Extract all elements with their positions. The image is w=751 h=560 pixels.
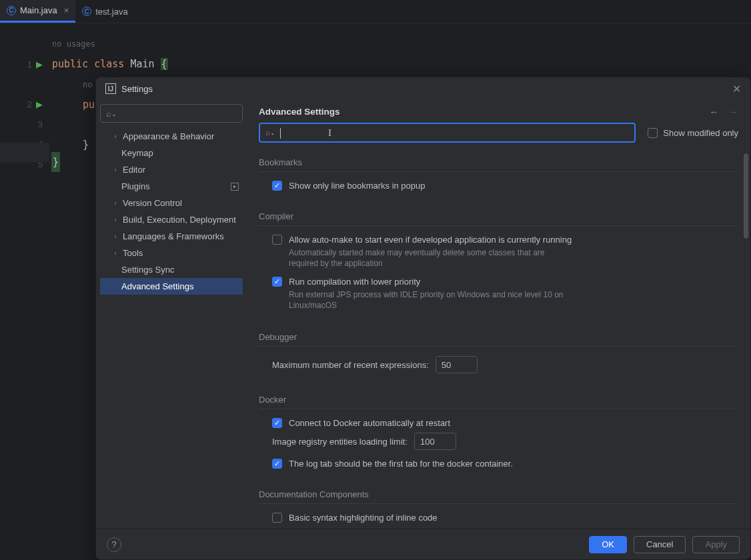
doc-components-opt1-label: Basic syntax highlighting of inline code	[289, 513, 438, 523]
bookmarks-opt1-label: Show only line bookmarks in popup	[289, 181, 426, 191]
dialog-title: Settings	[121, 84, 153, 94]
docker-opt1-checkbox[interactable]: ✓	[272, 418, 282, 428]
section-doc-components-title: Documentation Components	[259, 489, 738, 504]
sidebar-search-input[interactable]: ⌕▾	[100, 104, 243, 123]
sidebar-item-languages[interactable]: ›Languages & Frameworks	[100, 228, 243, 245]
cancel-button[interactable]: Cancel	[634, 536, 686, 553]
gutter: 1▶ 2▶ 3 4 5	[0, 23, 49, 560]
section-bookmarks-title: Bookmarks	[259, 157, 738, 172]
sidebar-item-label: Languages & Frameworks	[123, 231, 224, 241]
sidebar-item-label: Version Control	[123, 198, 182, 208]
checkbox-icon[interactable]	[648, 128, 658, 138]
search-icon: ⌕▾	[106, 109, 117, 119]
settings-sidebar: ⌕▾ ›Appearance & Behavior Keymap ›Editor…	[96, 100, 247, 529]
compiler-opt2-label: Run compilation with lower priority	[289, 277, 420, 287]
settings-content: Advanced Settings ← → ⌕▾ I Show modified…	[247, 100, 750, 529]
section-compiler-title: Compiler	[259, 211, 738, 226]
close-icon[interactable]: ×	[64, 5, 69, 15]
debugger-recent-expressions-input[interactable]: 50	[436, 356, 478, 373]
sidebar-item-keymap[interactable]: Keymap	[100, 145, 243, 161]
text-cursor-icon: I	[328, 127, 331, 139]
scrollbar-thumb[interactable]	[744, 153, 748, 239]
plugins-badge-icon: ▸	[231, 183, 239, 191]
nav-back-icon[interactable]: ←	[709, 106, 719, 117]
doc-components-opt1-checkbox[interactable]	[272, 513, 282, 523]
line-number: 1	[27, 59, 32, 69]
debugger-field-label: Maximum number of recent expressions:	[272, 360, 429, 370]
java-file-icon: C	[82, 7, 91, 16]
chevron-right-icon: ›	[112, 166, 119, 173]
line-number: 3	[38, 119, 43, 129]
sidebar-item-label: Appearance & Behavior	[123, 131, 214, 141]
checkbox-label: Show modified only	[663, 128, 738, 138]
settings-tree: ›Appearance & Behavior Keymap ›Editor Pl…	[100, 128, 243, 295]
docker-opt2-checkbox[interactable]: ✓	[272, 459, 282, 469]
tab-label: test.java	[95, 7, 127, 17]
app-icon: IJ	[105, 83, 116, 94]
settings-dialog: IJ Settings ✕ ⌕▾ ›Appearance & Behavior …	[95, 77, 751, 560]
java-file-icon: C	[7, 6, 16, 15]
text-caret	[280, 128, 281, 139]
tab-label: Main.java	[20, 5, 57, 15]
compiler-opt1-hint: Automatically started make may eventuall…	[259, 247, 566, 274]
sidebar-item-label: Settings Sync	[121, 265, 175, 275]
chevron-right-icon: ›	[112, 133, 119, 140]
section-debugger-title: Debugger	[259, 332, 738, 347]
nav-forward-icon: →	[728, 106, 738, 117]
sidebar-item-build[interactable]: ›Build, Execution, Deployment	[100, 211, 243, 228]
tab-main-java[interactable]: C Main.java ×	[0, 0, 75, 23]
sidebar-item-label: Build, Execution, Deployment	[123, 215, 236, 225]
tab-test-java[interactable]: C test.java	[75, 0, 134, 23]
dialog-titlebar[interactable]: IJ Settings ✕	[96, 77, 750, 100]
section-docker-title: Docker	[259, 395, 738, 409]
sidebar-item-version-control[interactable]: ›Version Control	[100, 195, 243, 211]
cursor-cell: }	[51, 152, 60, 172]
chevron-right-icon: ›	[112, 216, 119, 223]
apply-button[interactable]: Apply	[692, 536, 740, 553]
docker-field-label: Image registry entities loading limit:	[272, 437, 408, 447]
sidebar-item-label: Plugins	[121, 181, 150, 191]
close-icon[interactable]: ✕	[732, 83, 741, 95]
show-modified-only-checkbox[interactable]: Show modified only	[648, 128, 738, 138]
bookmarks-opt1-checkbox[interactable]: ✓	[272, 181, 282, 191]
docker-opt2-label: The log tab should be the first tab for …	[289, 459, 513, 469]
sidebar-item-plugins[interactable]: Plugins▸	[100, 178, 243, 195]
ok-button[interactable]: OK	[589, 536, 627, 553]
sidebar-item-appearance[interactable]: ›Appearance & Behavior	[100, 128, 243, 145]
dialog-footer: ? OK Cancel Apply	[96, 529, 750, 559]
sidebar-item-label: Advanced Settings	[121, 281, 193, 291]
compiler-opt1-label: Allow auto-make to start even if develop…	[289, 235, 572, 245]
compiler-opt2-hint: Run external JPS process with IDLE prior…	[259, 289, 566, 316]
chevron-right-icon: ›	[112, 199, 119, 207]
sidebar-item-tools[interactable]: ›Tools	[100, 245, 243, 261]
advanced-settings-search-input[interactable]: ⌕▾ I	[259, 123, 636, 143]
compiler-opt2-checkbox[interactable]: ✓	[272, 277, 282, 287]
run-icon[interactable]: ▶	[36, 99, 43, 109]
nav-arrows: ← →	[709, 106, 738, 117]
sidebar-item-label: Keymap	[121, 148, 153, 158]
usage-hint: no usages	[52, 34, 168, 54]
sidebar-item-advanced-settings[interactable]: Advanced Settings	[100, 278, 243, 295]
line-number: 2	[27, 99, 32, 109]
help-button[interactable]: ?	[107, 537, 121, 552]
compiler-opt1-checkbox[interactable]	[272, 235, 282, 245]
chevron-right-icon: ›	[112, 249, 119, 257]
chevron-right-icon: ›	[112, 233, 119, 240]
search-icon: ⌕▾	[265, 128, 275, 137]
sidebar-item-editor[interactable]: ›Editor	[100, 161, 243, 178]
docker-opt1-label: Connect to Docker automatically at resta…	[289, 418, 450, 428]
sidebar-item-label: Editor	[123, 165, 145, 175]
page-title: Advanced Settings	[259, 107, 340, 117]
sidebar-item-settings-sync[interactable]: Settings Sync	[100, 261, 243, 278]
docker-loading-limit-input[interactable]: 100	[414, 433, 456, 450]
current-line-highlight	[0, 143, 49, 163]
run-icon[interactable]: ▶	[36, 59, 43, 69]
sidebar-item-label: Tools	[123, 248, 143, 258]
editor-tabs: C Main.java × C test.java	[0, 0, 751, 23]
